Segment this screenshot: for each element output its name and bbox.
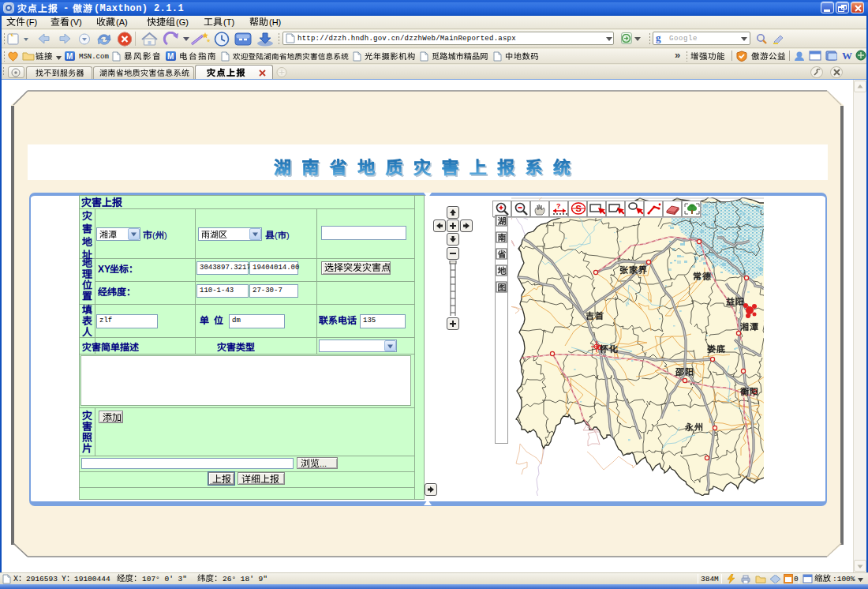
svg-text:?: ? bbox=[556, 202, 561, 210]
